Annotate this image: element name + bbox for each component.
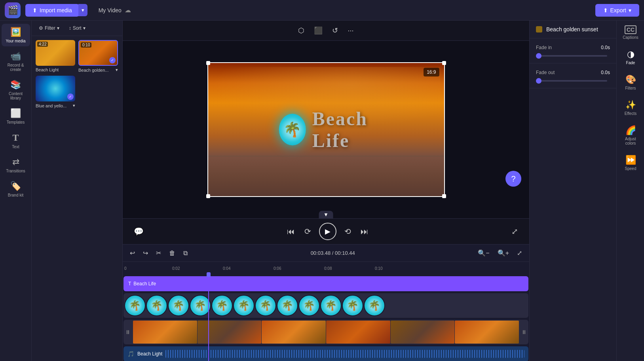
sort-button[interactable]: ↕ Sort ▾ xyxy=(66,24,89,32)
filter-button[interactable]: ⚙ Filter ▾ xyxy=(36,24,63,32)
sidebar-item-brand-kit[interactable]: 🏷️ Brand kit xyxy=(2,178,30,201)
transform-button[interactable]: ↺ xyxy=(330,24,340,37)
video-frame-clip-5 xyxy=(455,321,519,344)
undo-button[interactable]: ↩ xyxy=(127,248,137,258)
redo-button[interactable]: ↪ xyxy=(141,248,150,258)
beach-life-text: Beach Life xyxy=(312,108,397,151)
brand-kit-icon: 🏷️ xyxy=(10,181,21,191)
filters-icon: 🎨 xyxy=(625,74,636,85)
video-frames-strip xyxy=(123,320,528,344)
media-item-beach-light[interactable]: 4:22 Beach Light xyxy=(36,40,75,73)
rewind-button[interactable]: ⟳ xyxy=(303,225,313,238)
video-track-pause-left: ⏸ xyxy=(125,329,131,335)
transitions-icon: ⇄ xyxy=(12,157,19,167)
fade-in-slider-thumb[interactable] xyxy=(536,53,541,59)
fade-out-slider-thumb[interactable] xyxy=(536,78,541,84)
zoom-out-button[interactable]: 🔍− xyxy=(475,248,492,258)
timeline-playhead xyxy=(208,273,209,361)
topbar: 🎬 ⬆ Import media ▾ My Video ☁ ⬆ Export ▾ xyxy=(0,0,644,21)
fade-out-value: 0.0s xyxy=(601,70,610,75)
media-item-blue-yellow[interactable]: ✓ Blue and yello... ▾ xyxy=(36,76,75,108)
video-frame-clip-2 xyxy=(262,321,326,344)
palm-logo: 🌴 xyxy=(279,114,306,145)
sidebar-item-record-create[interactable]: 📹 Record &create xyxy=(2,48,30,75)
video-frame-5: 🌴 xyxy=(233,295,255,316)
sort-label: Sort xyxy=(73,25,82,31)
project-title: My Video ☁ xyxy=(99,6,131,14)
media-item-beach-golden[interactable]: 0:10 ✓ Beach golden... ▾ xyxy=(78,40,118,73)
import-dropdown-button[interactable]: ▾ xyxy=(78,4,87,16)
sidebar-item-transitions[interactable]: ⇄ Transitions xyxy=(2,154,30,176)
sidebar-item-text[interactable]: T Text xyxy=(2,129,30,152)
video-frame-2: 🌴 xyxy=(168,295,189,316)
caption-preview-button[interactable]: 💬 xyxy=(132,225,145,238)
import-media-button[interactable]: ⬆ Import media xyxy=(25,4,79,17)
video-frame-4: 🌴 xyxy=(211,295,233,316)
media-panel-toolbar: ⚙ Filter ▾ ↕ Sort ▾ xyxy=(32,21,122,36)
main-layout: 🖼️ Your media 📹 Record &create 📚 Content… xyxy=(0,21,644,361)
filters-tool-button[interactable]: 🎨 Filters xyxy=(617,70,644,95)
help-button[interactable]: ? xyxy=(505,171,521,187)
fade-in-slider[interactable] xyxy=(536,55,610,57)
speed-tool-button[interactable]: ⏩ Speed xyxy=(617,150,644,176)
handle-bottom-left[interactable] xyxy=(206,194,210,198)
handle-top-right[interactable] xyxy=(442,61,446,65)
track-row-video-frames: ⏸ ⏸ xyxy=(123,319,528,345)
more-options-button[interactable]: ··· xyxy=(345,24,356,37)
aspect-ratio-badge: 16:9 xyxy=(424,68,439,76)
delete-button[interactable]: 🗑 xyxy=(167,248,178,258)
import-icon: ⬆ xyxy=(32,7,37,13)
timeline: ↩ ↪ ✂ 🗑 ⧉ 00:03.48 / 00:10.44 🔍− 🔍+ ⤢ xyxy=(123,244,529,361)
skip-back-button[interactable]: ⏮ xyxy=(285,225,296,238)
track-video-frames-content[interactable]: ⏸ ⏸ xyxy=(123,320,528,344)
video-frame-clip-3 xyxy=(326,321,390,344)
project-title-text[interactable]: My Video xyxy=(99,7,122,13)
fade-tool-button[interactable]: ◑ Fade xyxy=(617,44,644,70)
captions-tool-button[interactable]: CC Captions xyxy=(617,21,644,44)
fade-out-slider[interactable] xyxy=(536,80,610,82)
title-track-icon: T xyxy=(128,281,131,287)
zoom-in-button[interactable]: 🔍+ xyxy=(495,248,511,258)
playback-controls: ⏮ ⟳ ▶ ⟲ ⏭ xyxy=(285,223,370,240)
clip-color-dot xyxy=(536,26,542,32)
sidebar-item-your-media[interactable]: 🖼️ Your media xyxy=(2,24,30,46)
play-pause-button[interactable]: ▶ xyxy=(319,223,336,240)
fade-icon: ◑ xyxy=(627,49,635,59)
track-video-content[interactable]: 🌴 🌴 🌴 🌴 🌴 🌴 🌴 🌴 🌴 🌴 🌴 🌴 xyxy=(123,293,528,318)
pip-button[interactable]: ⬛ xyxy=(312,24,325,37)
cut-button[interactable]: ✂ xyxy=(154,248,163,258)
handle-bottom-right[interactable] xyxy=(442,194,446,198)
transitions-label: Transitions xyxy=(6,169,25,173)
effects-tool-button[interactable]: ✨ Effects xyxy=(617,95,644,120)
handle-top-left[interactable] xyxy=(206,61,210,65)
preview-canvas: 🌴 Beach Life 16:9 xyxy=(207,62,445,197)
expand-timeline-button[interactable]: ⤢ xyxy=(515,248,524,258)
speed-icon: ⏩ xyxy=(625,155,636,165)
adjust-colors-tool-button[interactable]: 🌈 Adjust colors xyxy=(617,120,644,150)
captions-tool-label: Captions xyxy=(623,35,638,40)
fullscreen-button[interactable]: ⤢ xyxy=(510,225,520,238)
crop-button[interactable]: ⬡ xyxy=(296,24,307,37)
preview-toolbar: ⬡ ⬛ ↺ ··· xyxy=(123,21,529,41)
export-button[interactable]: ⬆ Export ▾ xyxy=(595,4,639,17)
your-media-icon: 🖼️ xyxy=(10,27,21,37)
track-title-content[interactable]: T Beach Life xyxy=(123,276,528,291)
beach-light-label: Beach Light xyxy=(36,67,75,72)
video-preview: 🌴 Beach Life xyxy=(208,63,444,196)
right-side-tools: CC Captions ◑ Fade 🎨 Filters ✨ Effects 🌈 xyxy=(616,21,644,361)
audio-track-label: Beach Light xyxy=(137,351,162,357)
fast-forward-button[interactable]: ⟲ xyxy=(343,225,353,238)
right-panel-main: Beach golden sunset Fade in 0.0s xyxy=(530,21,616,361)
video-frame-9: 🌴 xyxy=(320,295,342,316)
sidebar-item-content-library[interactable]: 📚 Content library xyxy=(2,76,30,103)
fade-out-slider-track xyxy=(536,80,607,82)
duplicate-button[interactable]: ⧉ xyxy=(181,248,190,258)
track-audio-content[interactable]: 🎵 Beach Light xyxy=(123,346,528,361)
sidebar-item-templates[interactable]: ⬜ Templates xyxy=(2,105,30,128)
playhead-handle[interactable] xyxy=(207,272,211,277)
track-row-video-icons: 🌴 🌴 🌴 🌴 🌴 🌴 🌴 🌴 🌴 🌴 🌴 🌴 xyxy=(123,293,528,318)
filter-icon: ⚙ xyxy=(39,25,43,31)
collapse-timeline-button[interactable]: ▼ xyxy=(319,211,333,218)
timeline-body: 0 0:02 0:04 0:06 0:08 0:10 xyxy=(123,262,529,361)
skip-forward-button[interactable]: ⏭ xyxy=(359,225,370,238)
